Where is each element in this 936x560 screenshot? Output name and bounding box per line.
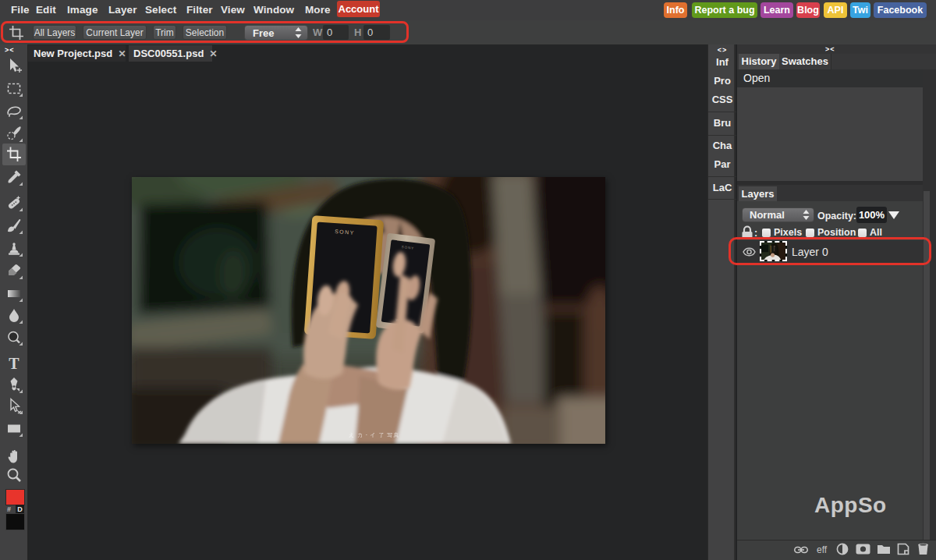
svg-text:え カ・イ 了 写真: え カ・イ 了 写真	[349, 432, 399, 438]
svg-text:T: T	[9, 355, 20, 372]
